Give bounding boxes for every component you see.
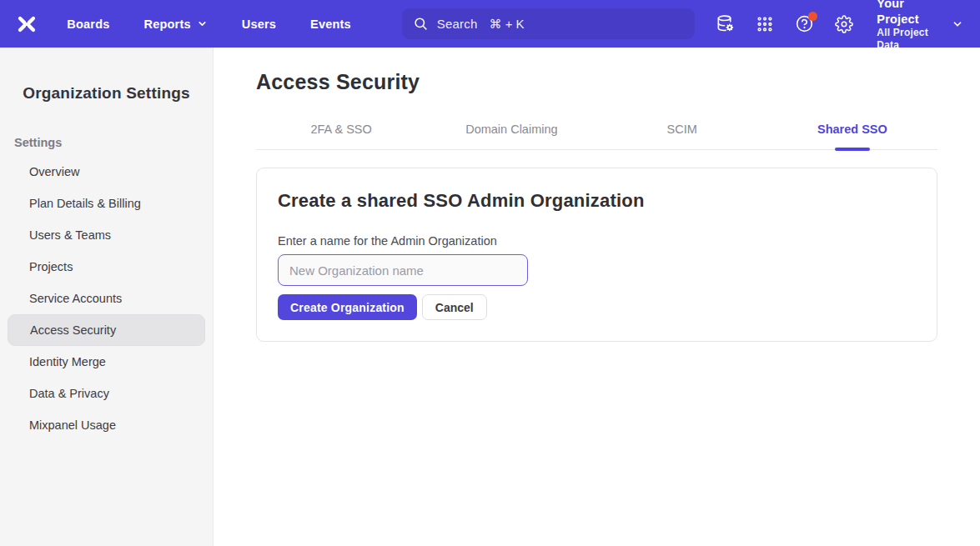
nav-item-label: Users (242, 18, 276, 31)
org-name-input[interactable] (278, 254, 528, 286)
notification-dot (808, 12, 817, 21)
sidebar-title: Organization Settings (0, 84, 213, 103)
settings-gear-icon[interactable] (835, 15, 853, 33)
mixpanel-logo[interactable] (13, 10, 40, 38)
sidebar-item-service-accounts[interactable]: Service Accounts (0, 283, 213, 314)
chevron-down-icon (197, 18, 208, 29)
search-icon (413, 16, 429, 32)
top-navbar: Boards Reports Users Events Search ⌘ + K (0, 0, 980, 48)
project-scope: All Project Data (877, 27, 940, 52)
sidebar-list: Overview Plan Details & Billing Users & … (0, 156, 213, 441)
tab-bar: 2FA & SSO Domain Claiming SCIM Shared SS… (256, 115, 937, 150)
global-search-input[interactable]: Search ⌘ + K (402, 8, 696, 39)
apps-grid-icon[interactable] (756, 15, 774, 33)
sidebar-item-identity-merge[interactable]: Identity Merge (0, 346, 213, 378)
sidebar-item-data-privacy[interactable]: Data & Privacy (0, 378, 213, 409)
sidebar-item-users-teams[interactable]: Users & Teams (0, 219, 213, 251)
card-button-row: Create Organization Cancel (278, 294, 916, 320)
main-content: Access Security 2FA & SSO Domain Claimin… (214, 48, 980, 342)
sidebar-item-plan-details-billing[interactable]: Plan Details & Billing (0, 188, 213, 219)
chevron-down-icon (952, 18, 963, 30)
tab-label: 2FA & SSO (310, 123, 371, 136)
nav-item-label: Reports (144, 18, 191, 31)
project-name: Your Project (877, 0, 940, 27)
cancel-button[interactable]: Cancel (422, 294, 487, 320)
sidebar-item-mixpanel-usage[interactable]: Mixpanel Usage (0, 409, 213, 441)
sidebar-section-label: Settings (14, 136, 213, 149)
org-name-field-label: Enter a name for the Admin Organization (278, 234, 916, 248)
navbar-right: Your Project All Project Data (695, 0, 963, 52)
sidebar-item-overview[interactable]: Overview (0, 156, 213, 188)
tab-label: Domain Claiming (465, 123, 557, 136)
nav-item-reports[interactable]: Reports (144, 18, 208, 31)
nav-links: Boards Reports Users Events (67, 18, 384, 31)
help-icon[interactable] (795, 14, 814, 33)
tab-label: SCIM (667, 123, 697, 136)
active-tab-underline (835, 148, 870, 151)
create-shared-sso-card: Create a shared SSO Admin Organization E… (256, 168, 937, 342)
nav-item-events[interactable]: Events (310, 18, 351, 31)
nav-item-users[interactable]: Users (242, 18, 276, 31)
page-title: Access Security (256, 70, 937, 94)
data-management-icon[interactable] (716, 14, 735, 33)
nav-item-label: Boards (67, 18, 109, 31)
card-title: Create a shared SSO Admin Organization (278, 190, 916, 212)
project-switcher[interactable]: Your Project All Project Data (877, 0, 963, 52)
org-settings-sidebar: Organization Settings Settings Overview … (0, 48, 214, 546)
nav-item-boards[interactable]: Boards (67, 18, 109, 31)
tab-2fa-sso[interactable]: 2FA & SSO (256, 115, 426, 149)
tab-domain-claiming[interactable]: Domain Claiming (426, 115, 596, 149)
project-text: Your Project All Project Data (877, 0, 940, 52)
sidebar-item-projects[interactable]: Projects (0, 251, 213, 283)
tab-shared-sso[interactable]: Shared SSO (767, 115, 937, 149)
sidebar-item-access-security[interactable]: Access Security (8, 314, 205, 346)
tab-scim[interactable]: SCIM (597, 115, 767, 149)
search-placeholder: Search (437, 17, 478, 31)
tab-label: Shared SSO (817, 123, 887, 136)
nav-item-label: Events (310, 18, 351, 31)
create-organization-button[interactable]: Create Organization (278, 294, 417, 320)
search-shortcut: ⌘ + K (490, 17, 525, 32)
